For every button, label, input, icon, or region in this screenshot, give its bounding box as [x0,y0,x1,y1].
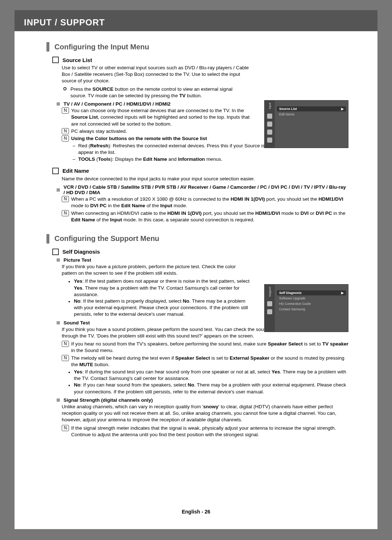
sound-test-list: Yes: If during the sound test you can he… [68,369,348,395]
section-title: Configuring the Support Menu [54,234,159,243]
section-heading: Configuring the Input Menu [46,42,348,52]
tv-sidebar: Support [265,285,275,332]
support-icon [267,309,272,314]
app-icon [267,130,272,135]
section-heading: Configuring the Support Menu [46,234,348,244]
tv-sidebar: Input [265,101,275,148]
page-footer: English - 26 [15,509,377,515]
note-icon: N [62,128,69,134]
note-icon: N [62,210,69,216]
note-pc-active: N PC always stay activated. [62,128,250,135]
note-icon: N [62,135,69,142]
checkbox-icon [52,168,59,174]
tv-menu-item: HD Connection Guide [277,301,346,306]
tv-menu-item: Self Diagnosis▶ [277,290,346,295]
chapter-title: INPUT / SUPPORT [24,14,368,28]
source-list-desc: Use to select TV or other external input… [62,65,250,85]
source-list-heading: Source List [52,57,250,63]
tv-menu-item: Edit Name [277,112,346,117]
list-item: No: If the test pattern is properly disp… [68,298,250,318]
input-icon [267,122,272,127]
square-bullet-icon [57,398,60,402]
manual-page: INPUT / SUPPORT Configuring the Input Me… [15,10,377,529]
note-icon: N [62,107,69,114]
note-icon: N [62,196,69,202]
tv-menu-item: Software Upgrade [277,296,346,301]
self-diagnosis-heading: Self Diagnosis [52,249,348,255]
tv-osd-source-list: Input Source List▶ Edit Name [264,100,348,148]
support-icon [267,138,272,143]
edit-name-heading: Edit Name [52,168,348,174]
note-speaker-select: N If you hear no sound from the TV's spe… [62,341,348,354]
app-icon [267,301,272,306]
remote-note: O Press the SOURCE button on the remote … [62,86,250,99]
signal-strength-heading: Signal Strength (digital channels only) [57,397,348,403]
remote-icon: O [62,86,68,99]
tv-menu-body: Source List▶ Edit Name [275,101,348,148]
gear-icon [267,114,272,119]
list-item: Yes: If during the sound test you can he… [68,369,348,382]
square-bullet-icon [57,102,60,106]
picture-test-list: Yes: If the test pattern does not appear… [68,278,250,318]
square-bullet-icon [57,258,60,262]
section-mark-icon [46,42,49,52]
note-connected-only: N You can choose only those external dev… [62,107,250,127]
list-item: No: If you can hear sound from the speak… [68,382,348,395]
tv-osd-self-diagnosis: Support Self Diagnosis▶ Software Upgrade… [264,284,348,332]
tv-sidebar-label: Support [268,287,271,297]
tv-menu-body: Self Diagnosis▶ Software Upgrade HD Conn… [275,285,348,332]
edit-name-list: VCR / DVD / Cable STB / Satellite STB / … [57,184,348,195]
picture-test-desc: If you think you have a picture problem,… [62,263,250,277]
section-mark-icon [46,234,49,244]
list-item: Yes: If the test pattern does not appear… [68,278,250,298]
square-bullet-icon [57,321,60,324]
list-item: TOOLS (Tools): Displays the Edit Name an… [73,156,348,163]
note-icon: N [62,355,69,361]
picture-test-heading: Picture Test [57,257,348,263]
note-icon: N [62,425,69,431]
signal-strength-desc: Unlike analog channels, which can vary i… [62,404,348,424]
note-icon: N [62,341,69,347]
checkbox-icon [52,249,59,255]
note-hdmi-dvi: N When connecting an HDMI/DVI cable to t… [62,210,348,223]
tv-sidebar-label: Input [268,103,271,109]
tv-menu-item: Source List▶ [277,106,346,111]
note-signal-weak: N If the signal strength meter indicates… [62,425,348,438]
note-melody: N The melody will be heard during the te… [62,355,348,368]
section-title: Configuring the Input Menu [54,43,149,51]
tv-menu-item: Contact Samsung [277,307,346,312]
edit-name-desc: Name the device connected to the input j… [62,176,348,182]
note-pc-1080: N When a PC with a resolution of 1920 X … [62,196,348,209]
chapter-heading: INPUT / SUPPORT [15,10,377,31]
checkbox-icon [52,57,59,63]
square-bullet-icon [57,188,60,192]
